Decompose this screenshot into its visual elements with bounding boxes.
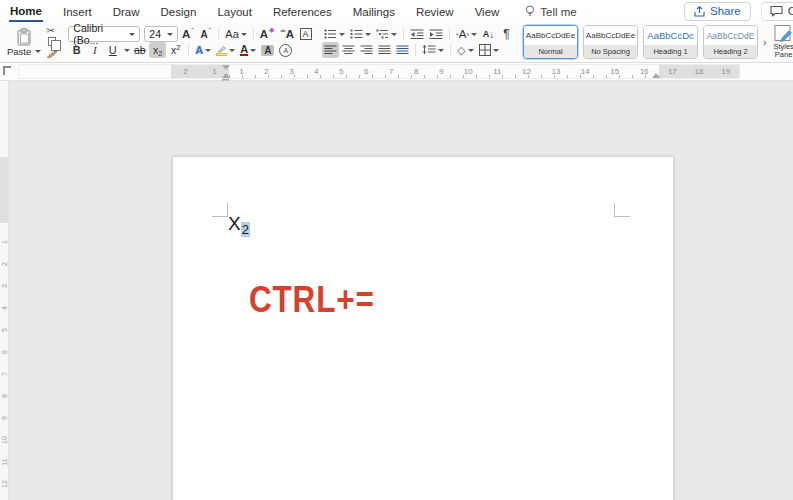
shrink-font-button[interactable]: Aˇ <box>197 26 214 42</box>
multilevel-list-button[interactable] <box>374 26 399 42</box>
paste-button[interactable]: Paste <box>4 24 44 60</box>
strikethrough-button[interactable]: ab <box>131 42 148 58</box>
show-marks-button[interactable]: ¶ <box>498 26 515 42</box>
dropdown-caret-icon <box>241 33 247 36</box>
phonetic-mark-icon: ᵃᵇ <box>280 28 285 35</box>
dropdown-caret-icon <box>35 50 41 53</box>
superscript-button[interactable]: x2 <box>167 42 184 58</box>
sort-arrow-icon: ↓ <box>489 29 494 40</box>
character-border-button[interactable]: A <box>297 26 314 42</box>
scissors-icon: ✂ <box>46 25 54 36</box>
tab-draw[interactable]: Draw <box>112 2 141 21</box>
document-text-x2[interactable]: X2 <box>228 213 250 235</box>
vertical-ruler-numbers: 123456789101112 <box>0 231 9 495</box>
ruler-number: 4 <box>0 304 16 313</box>
ruler-number: 19 <box>721 67 730 76</box>
mini-divider <box>450 44 451 56</box>
dropdown-caret-icon <box>493 49 499 52</box>
styles-pane-icon <box>774 25 793 43</box>
style-label: Heading 1 <box>644 45 697 58</box>
copy-button[interactable] <box>46 36 58 47</box>
character-shading-button[interactable]: A <box>259 42 276 58</box>
tab-layout[interactable]: Layout <box>216 2 253 21</box>
ruler-left-margin: 21 <box>171 65 229 78</box>
term-base: X <box>228 213 241 234</box>
ruler-number: 11 <box>493 67 501 76</box>
dropdown-caret-icon <box>205 49 211 52</box>
tab-references[interactable]: References <box>272 2 333 21</box>
clipboard-icon <box>16 28 32 46</box>
line-spacing-icon <box>422 45 436 55</box>
enclose-characters-button[interactable]: A <box>277 42 294 58</box>
clipboard-tools: ✂ <box>44 24 60 60</box>
align-center-button[interactable] <box>340 42 357 58</box>
right-indent-marker[interactable] <box>652 73 660 78</box>
subscript-button[interactable]: x2 <box>149 42 166 58</box>
ruler-number: 17 <box>668 67 677 76</box>
ruler-number: 9 <box>0 414 16 423</box>
more-styles-button[interactable]: › <box>763 37 766 48</box>
pilcrow-icon: ¶ <box>503 27 509 41</box>
sort-button[interactable]: A ↓ <box>480 26 497 42</box>
change-case-button[interactable]: Aa <box>223 26 248 42</box>
multilevel-list-icon <box>376 29 389 39</box>
line-spacing-button[interactable] <box>420 42 446 58</box>
margin-corner-right-icon <box>614 203 630 217</box>
underline-button[interactable]: U <box>104 42 121 58</box>
numbering-button[interactable] <box>348 26 373 42</box>
font-size-combo[interactable]: 24 <box>144 26 178 42</box>
bullets-button[interactable] <box>322 26 347 42</box>
ruler-number: 7 <box>389 67 393 76</box>
ruler-number: 2 <box>0 260 16 269</box>
character-border-icon: A <box>300 28 312 40</box>
tab-mailings[interactable]: Mailings <box>352 2 396 21</box>
mini-divider <box>415 44 416 56</box>
asian-layout-icon: A <box>459 28 467 40</box>
share-button[interactable]: Share <box>684 2 751 21</box>
paste-label: Paste <box>7 46 31 57</box>
align-left-button[interactable] <box>322 42 339 58</box>
document-page[interactable]: X2 CTRL+= <box>173 157 673 500</box>
dropdown-caret-icon <box>129 33 135 36</box>
distribute-text-button[interactable] <box>394 42 411 58</box>
decrease-indent-button[interactable] <box>408 26 426 42</box>
increase-indent-button[interactable] <box>427 26 445 42</box>
styles-pane-button[interactable]: Styles Pane <box>769 25 793 59</box>
style-no-spacing[interactable]: AaBbCcDdEe No Spacing <box>583 25 638 59</box>
justify-button[interactable] <box>376 42 393 58</box>
borders-button[interactable] <box>477 42 501 58</box>
phonetic-guide-button[interactable]: ᵃᵇA <box>277 26 296 42</box>
style-heading-2[interactable]: AaBbCcDdE Heading 2 <box>703 25 758 59</box>
hanging-indent-marker[interactable] <box>222 73 230 78</box>
align-right-button[interactable] <box>358 42 375 58</box>
highlight-button[interactable] <box>214 42 237 58</box>
font-name-combo[interactable]: Calibri (Bo... <box>68 26 140 42</box>
style-normal[interactable]: AaBbCcDdEe Normal <box>523 25 578 59</box>
italic-button[interactable]: I <box>86 42 103 58</box>
clear-formatting-button[interactable]: A◆ <box>258 26 277 42</box>
style-heading-1[interactable]: AaBbCcDc Heading 1 <box>643 25 698 59</box>
tab-selector-icon[interactable] <box>3 66 11 75</box>
tell-me-button[interactable]: Tell me <box>525 5 576 18</box>
text-effects-button[interactable]: A <box>193 42 213 58</box>
tab-view[interactable]: View <box>474 2 501 21</box>
shading-button[interactable]: ◇ <box>455 42 475 58</box>
font-color-button[interactable]: A <box>238 42 258 58</box>
cut-button[interactable]: ✂ <box>46 25 58 36</box>
asian-layout-button[interactable]: ‹ A › <box>454 26 479 42</box>
tab-insert[interactable]: Insert <box>62 2 93 21</box>
tab-review[interactable]: Review <box>415 2 455 21</box>
style-sample: AaBbCcDdE <box>704 26 757 45</box>
comments-button[interactable]: C <box>761 2 793 21</box>
distribute-text-icon <box>396 45 409 55</box>
menubar-right: Share C <box>684 2 793 21</box>
bold-button[interactable]: B <box>68 42 85 58</box>
tab-home[interactable]: Home <box>9 1 43 22</box>
first-line-indent-marker[interactable] <box>222 65 230 70</box>
ruler-right-margin: 171819 <box>659 65 739 78</box>
tab-design[interactable]: Design <box>160 2 198 21</box>
increase-indent-icon <box>429 29 443 39</box>
grow-font-button[interactable]: Aˆ <box>179 26 196 42</box>
comments-label: C <box>788 5 793 17</box>
dropdown-caret-icon <box>468 49 474 52</box>
